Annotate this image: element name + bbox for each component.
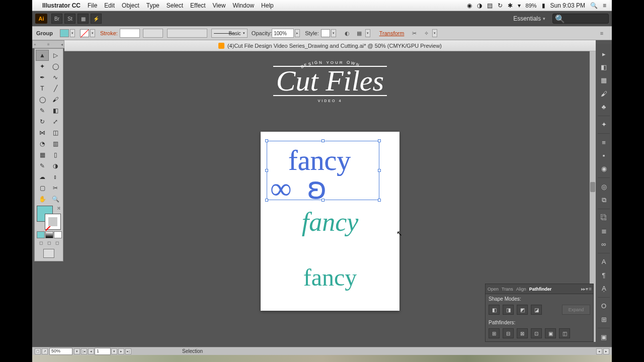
perspective-tool[interactable]: ▥ [49, 138, 62, 149]
fill-dropdown[interactable]: ▾ [70, 29, 75, 37]
draw-inside-icon[interactable]: ◻ [53, 239, 60, 246]
first-artboard-button[interactable]: |◂ [81, 348, 87, 354]
isolate-icon[interactable]: ✂ [409, 29, 419, 37]
menu-view[interactable]: View [213, 2, 226, 9]
align-icon[interactable]: ▦ [354, 29, 364, 37]
shape-builder-tool[interactable]: ◔ [36, 138, 49, 149]
magic-wand-tool[interactable]: ✦ [36, 61, 49, 72]
workspace-switcher[interactable]: Essentials [513, 15, 541, 22]
draw-normal-icon[interactable]: ◻ [37, 239, 44, 246]
export-icon[interactable]: ↗ [42, 348, 48, 354]
transform-link[interactable]: Transform [379, 30, 405, 36]
handle-icon[interactable] [265, 169, 268, 172]
none-mode[interactable] [54, 231, 62, 238]
stroke-label[interactable]: Stroke: [100, 30, 118, 36]
selection-bounding-box[interactable]: fancy ∞ ʚ [267, 141, 379, 200]
recolor-icon[interactable]: ◐ [342, 29, 352, 37]
opacity-input[interactable]: 100% [272, 29, 294, 38]
menu-extras-icon[interactable]: ≡ [603, 2, 606, 9]
panel-collapse-icon[interactable]: ▸▸ ▾ ≡ [581, 286, 591, 292]
menu-file[interactable]: File [88, 2, 97, 9]
handle-icon[interactable] [378, 169, 381, 172]
trim-button[interactable]: ⊟ [503, 328, 514, 338]
search-field[interactable]: 🔍 [552, 14, 609, 24]
gpu-button[interactable]: ⚡ [91, 14, 102, 24]
menu-window[interactable]: Window [232, 2, 254, 9]
panel-menu-icon[interactable]: ≡ [597, 29, 607, 37]
next-artboard-button[interactable]: ▸ [118, 348, 124, 354]
document-tab[interactable]: (4)Cut File Design Video Series_Drawing … [64, 40, 596, 51]
paragraph-panel-icon[interactable]: ¶ [598, 270, 609, 280]
draw-behind-icon[interactable]: ◻ [45, 239, 52, 246]
style-dropdown[interactable]: ▾ [331, 29, 336, 37]
artboard[interactable]: fancy ∞ ʚ fancy fancy [261, 132, 399, 311]
minus-back-button[interactable]: ◫ [559, 328, 570, 338]
stroke-weight-input[interactable] [120, 29, 140, 38]
tab-pathfinder[interactable]: Pathfinder [529, 287, 552, 292]
ellipse-tool[interactable]: ◯ [36, 94, 49, 105]
arrange-docs-button[interactable]: ▦ [77, 14, 89, 24]
eraser-tool[interactable]: ◧ [49, 105, 62, 116]
slice-tool[interactable]: ✂ [49, 183, 62, 194]
graph-tool[interactable]: ⫾ [49, 171, 62, 183]
status-icon[interactable]: ◉ [467, 2, 472, 9]
status-icon[interactable]: ▢ [35, 348, 41, 354]
opacity-dropdown[interactable]: ▸ [295, 29, 300, 37]
artboard-tool[interactable]: ▢ [36, 183, 49, 194]
brushdef-dropdown[interactable]: Basic ▾ [211, 29, 248, 38]
menu-help[interactable]: Help [261, 2, 274, 9]
minus-front-button[interactable]: ◨ [503, 305, 514, 315]
menu-type[interactable]: Type [146, 2, 159, 9]
pen-tool[interactable]: ✒ [36, 72, 49, 83]
panel-collapse-strip[interactable]: ×≡◂ [32, 40, 64, 48]
menu-object[interactable]: Object [122, 2, 139, 9]
scale-tool[interactable]: ⤢ [49, 116, 62, 127]
type-tool[interactable]: T [36, 83, 49, 94]
width-tool[interactable]: ⋈ [36, 127, 49, 138]
battery-icon[interactable]: ▮ [542, 2, 545, 9]
clock[interactable]: Sun 9:03 PM [550, 2, 585, 9]
line-tool[interactable]: ╱ [49, 83, 62, 94]
status-icon[interactable]: ◑ [477, 2, 482, 9]
character-panel-icon[interactable]: A [598, 257, 609, 267]
tab-align[interactable]: Align [516, 287, 526, 292]
merge-button[interactable]: ⊠ [517, 328, 528, 338]
blend-tool[interactable]: ◑ [49, 160, 62, 171]
graphic-styles-panel-icon[interactable]: ◎ [598, 182, 609, 192]
glyphs-panel-icon[interactable]: Ạ [598, 283, 609, 293]
last-artboard-button[interactable]: ▸| [125, 348, 131, 354]
libraries-panel-icon[interactable]: ≣ [598, 226, 609, 236]
stroke-dropdown[interactable]: ▾ [90, 29, 95, 37]
exclude-button[interactable]: ◪ [531, 305, 542, 315]
symbols-panel-icon[interactable]: ♣ [598, 102, 609, 112]
handle-icon[interactable] [265, 199, 268, 202]
chevron-down-icon[interactable]: ▾ [543, 16, 545, 21]
style-swatch[interactable] [321, 29, 330, 37]
opacity-label[interactable]: Opacity: [252, 30, 272, 36]
mesh-tool[interactable]: ▦ [36, 149, 49, 160]
free-transform-tool[interactable]: ◫ [49, 127, 62, 138]
stroke-color[interactable] [45, 214, 61, 230]
swap-fill-stroke-icon[interactable]: ⤭ [57, 206, 61, 211]
layers-panel-icon[interactable]: ⧉ [598, 195, 609, 205]
gradient-panel-icon[interactable]: ≡ [598, 137, 609, 147]
expand-button[interactable]: Expand [562, 305, 590, 315]
bluetooth-icon[interactable]: ✱ [508, 2, 513, 9]
zoom-input[interactable]: 50% [49, 348, 72, 355]
transparency-panel-icon[interactable]: ▪ [598, 150, 609, 160]
outline-button[interactable]: ▣ [545, 328, 556, 338]
panel-toggle-icon[interactable]: ▸ [598, 49, 609, 59]
intersect-button[interactable]: ◩ [517, 305, 528, 315]
artboard-number[interactable]: 1 [95, 348, 111, 355]
cc-panel-icon[interactable]: ∞ [598, 239, 609, 249]
gradient-mode[interactable] [45, 231, 53, 238]
stock-button[interactable]: St [64, 14, 75, 24]
align-dropdown[interactable]: ▾ [365, 29, 370, 37]
scrollbar-thumb[interactable] [590, 182, 595, 192]
direct-selection-tool[interactable]: ▷ [49, 50, 62, 61]
align-panel-icon[interactable]: ⊞ [598, 314, 609, 324]
handle-icon[interactable] [378, 139, 381, 142]
notification-icon[interactable]: ▤ [487, 2, 493, 9]
asset-panel-icon[interactable]: ⿻ [598, 213, 609, 223]
brushes-panel-icon[interactable]: 🖌 [598, 88, 609, 99]
